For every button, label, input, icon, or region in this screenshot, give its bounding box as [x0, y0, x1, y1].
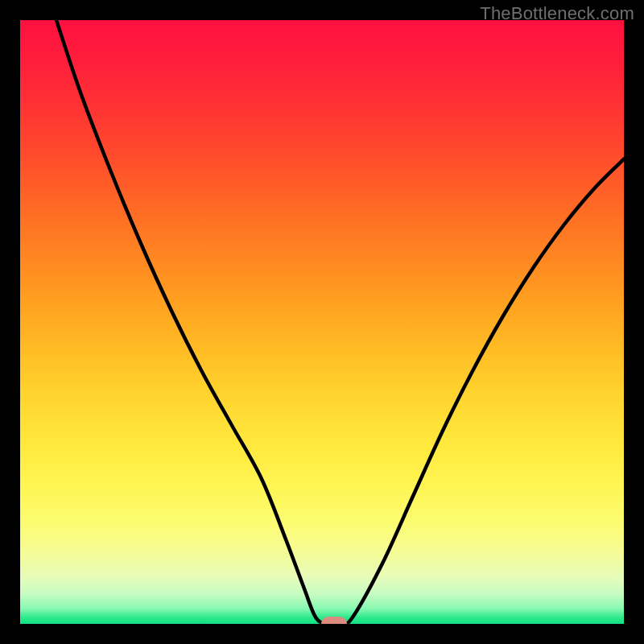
plot-area: [20, 20, 624, 624]
attribution-text: TheBottleneck.com: [480, 3, 634, 24]
curve-svg: [20, 20, 624, 624]
chart-frame: TheBottleneck.com: [0, 0, 644, 644]
bottleneck-curve: [56, 20, 624, 624]
minimum-marker: [321, 617, 347, 624]
